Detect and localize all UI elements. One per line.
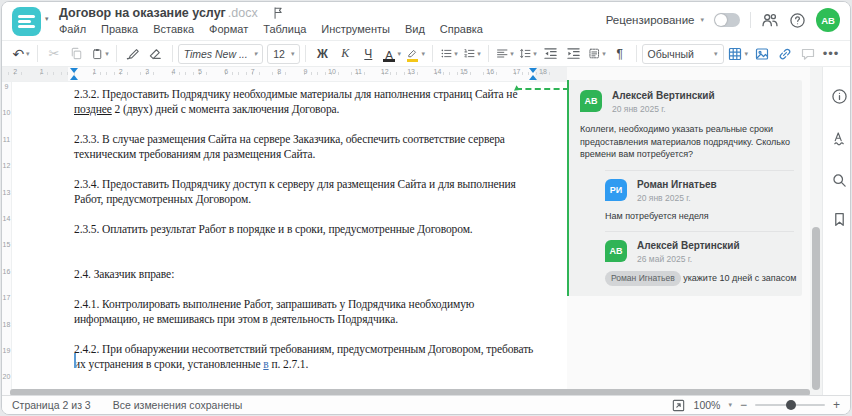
ruler-number: 9 [2,82,11,108]
scrollbar-thumb[interactable] [812,227,820,390]
review-mode-dropdown[interactable]: Рецензирование ▾ [606,14,704,26]
menu-item[interactable]: Вид [405,23,425,35]
right-indent-marker-bottom[interactable] [529,75,537,80]
info-panel-button[interactable] [830,87,848,105]
menu-item[interactable]: Таблица [263,23,306,35]
decrease-indent-button[interactable] [540,43,562,65]
zoom-out-button[interactable]: − [740,398,747,412]
ruler-number: 3 [134,68,160,75]
comment-date: 20 янв 2025 г. [637,193,717,203]
paragraph-2-3-4: 2.3.4. Предоставить Подрядчику доступ к … [74,177,552,207]
ruler-number: 4 [160,68,186,75]
menu-item[interactable]: Правка [101,23,138,35]
undo-button[interactable]: ↶▾ [10,43,32,65]
menu-item[interactable]: Инструменты [321,23,390,35]
ruler-number: 15 [2,240,11,266]
document-title: Договор на оказание услуг [59,6,226,20]
ruler-number: 14 [424,68,450,75]
zoom-slider[interactable] [755,404,825,406]
font-family-value: Times New ... [184,48,248,60]
ruler-number: 10 [319,68,345,75]
show-marks-button[interactable]: ¶ [609,43,631,65]
review-mode-label: Рецензирование [606,14,695,26]
document-extension: .docx [228,6,258,20]
fit-page-button[interactable] [671,398,686,413]
comment-reply[interactable]: РИ Роман Игнатьев 20 янв 2025 г. Нам пот… [605,170,794,223]
page-indicator[interactable]: Страница 2 из 3 [12,399,91,411]
right-indent-marker[interactable] [529,68,537,73]
paragraph-style-dropdown[interactable]: Обычный ▾ [642,44,724,64]
menu-item[interactable]: Справка [440,23,483,35]
zoom-dropdown-caret-icon[interactable]: ▾ [728,401,732,409]
font-size-dropdown[interactable]: 12 ▾ [267,44,300,64]
review-toggle[interactable] [714,13,740,27]
comment-text: укажите 10 дней с запасом [683,273,796,283]
insert-image-button[interactable] [751,43,773,65]
paste-button[interactable]: ▾ [89,43,111,65]
increase-indent-button[interactable] [563,43,585,65]
font-color-button[interactable]: А▾ [380,43,403,65]
paragraph-settings-button[interactable]: ▾ [586,43,608,65]
paragraph-2-3-2: 2.3.2. Предоставить Подрядчику необходим… [74,87,552,117]
collaboration-users-icon[interactable] [761,11,779,29]
bookmark-button[interactable] [830,210,848,228]
menu-item[interactable]: Файл [59,23,86,35]
insert-link-button[interactable] [774,43,796,65]
italic-button[interactable]: К [334,43,356,65]
horizontal-ruler[interactable]: 21123456789101112131415161718 [2,67,567,82]
comment-thread-card[interactable]: АВ Алексей Вертинский 20 янв 2025 г. Кол… [567,80,802,296]
ruler-number: 19 [2,346,11,372]
copy-button[interactable] [66,43,88,65]
logo-menu-caret-icon[interactable]: ▾ [45,15,49,23]
left-indent-marker[interactable] [70,68,78,73]
paragraph-2-4: 2.4. Заказчик вправе: [74,267,552,282]
paragraph-2-4-1: 2.4.1. Контролировать выполнение Работ, … [74,297,552,327]
menu-item[interactable]: Формат [209,23,248,35]
font-family-dropdown[interactable]: Times New ... ▾ [178,44,264,64]
paragraph-style-value: Обычный [648,48,694,60]
ruler-number: 9 [292,68,318,75]
comments-panel: АВ Алексей Вертинский 20 янв 2025 г. Кол… [567,67,810,397]
zoom-in-button[interactable]: + [833,398,840,412]
help-icon[interactable] [789,12,806,29]
ruler-number: 16 [477,68,503,75]
comment-text: Нам потребуется неделя [605,210,794,223]
app-window: ▾ Договор на оказание услуг .docx ФайлПр… [1,1,851,415]
numbered-list-button[interactable]: ▾ [461,43,483,65]
text-cursor [74,353,76,368]
ruler-number: 1 [81,68,107,75]
highlight-color-button[interactable]: ▾ [404,43,427,65]
vertical-ruler[interactable]: 91011121314151617181920 [2,82,12,397]
cut-button[interactable]: ✂ [43,43,65,65]
ruler-number: 17 [2,293,11,319]
spellcheck-button[interactable] [830,129,848,147]
more-tools-button[interactable]: ••• [820,43,842,65]
search-button[interactable] [830,171,848,189]
clear-style-button[interactable] [145,43,167,65]
bold-button[interactable]: Ж [311,43,333,65]
line-spacing-button[interactable]: ▾ [517,43,539,65]
ruler-number: 15 [451,68,477,75]
menu-item[interactable]: Вставка [153,23,194,35]
zoom-value[interactable]: 100% [694,399,721,411]
user-avatar[interactable]: АВ [816,8,840,32]
comment-reply[interactable]: АВ Алексей Вертинский 26 май 2025 г. Ром… [605,231,794,286]
comment-avatar: АВ [580,90,602,112]
app-logo-icon[interactable] [12,7,41,36]
zoom-slider-knob[interactable] [786,400,796,410]
bullet-list-button[interactable]: ▾ [438,43,460,65]
mention-chip[interactable]: Роман Игнатьев [605,271,681,286]
format-painter-button[interactable] [122,43,144,65]
align-button[interactable]: ▾ [494,43,516,65]
ruler-number: 2 [108,68,134,75]
insert-table-button[interactable]: ▾ [725,43,751,65]
document-title-row: Договор на оказание услуг .docx [59,6,286,20]
flag-icon[interactable] [272,6,286,20]
insert-comment-button[interactable] [797,43,819,65]
vertical-scrollbar[interactable] [810,67,822,397]
left-indent-marker-bottom[interactable] [70,75,78,80]
comment-header: АВ Алексей Вертинский 20 янв 2025 г. [580,90,794,114]
ruler-number: 11 [345,68,371,75]
underline-button[interactable]: Ч [357,43,379,65]
document-page[interactable]: 2.3.2. Предоставить Подрядчику необходим… [12,82,567,397]
